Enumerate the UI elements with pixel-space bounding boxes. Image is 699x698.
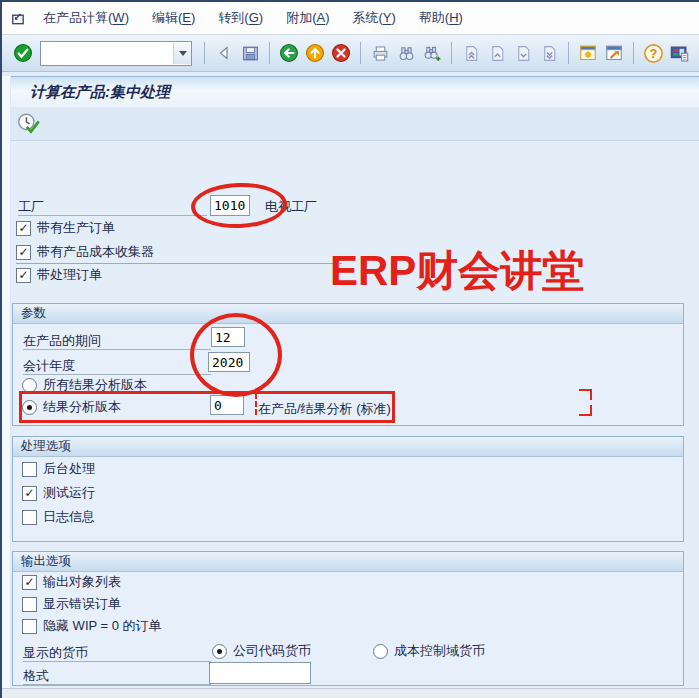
system-menu-icon[interactable] [9,10,26,27]
checkbox-row: 后台处理 [22,461,95,477]
shortcut-icon[interactable] [602,41,626,65]
checkbox-row: ✓带有产品成本收集器 [16,244,154,260]
menu-item-5[interactable]: 系统(Y) [346,6,403,30]
radio-row: 公司代码货币 [212,643,311,659]
menu-item-4[interactable]: 附加(A) [279,6,336,30]
plant-label: 工厂 [18,198,44,216]
svg-text:?: ? [649,46,657,61]
toolbar-separator [451,42,452,64]
help-icon[interactable]: ? [641,41,665,65]
processing-groupbox: 处理选项 [12,436,684,542]
menu-bar: 在产品计算(W)编辑(E)转到(G)附加(A)系统(Y)帮助(H) [0,2,699,35]
new-session-icon[interactable] [576,41,600,65]
annotation-ellipse-plant [190,181,288,229]
checkbox-row: ✓测试运行 [22,485,95,501]
last-page-icon[interactable] [537,41,561,65]
find-icon[interactable] [394,41,418,65]
checkbox-label: 测试运行 [43,484,95,502]
checkbox-label: 输出对象列表 [43,573,121,591]
checkbox-label: 带有产品成本收集器 [37,243,154,261]
toolbar-separator [269,42,270,64]
annotation-corner-bottom [579,405,592,416]
format-label: 格式 [23,667,49,685]
output-header: 输出选项 [13,552,683,572]
parameters-header: 参数 [13,304,683,324]
cancel-icon[interactable] [329,41,353,65]
standard-toolbar: ? [0,35,699,72]
annotation-dash-divider [255,393,257,415]
format-underline [23,684,211,685]
checkbox[interactable] [22,510,37,525]
menu-item-6[interactable]: 帮助(H) [412,6,470,30]
checkbox-label: 日志信息 [43,508,95,526]
checkbox-row: ✓输出对象列表 [22,574,121,590]
toolbar-separator [204,42,205,64]
processing-header: 处理选项 [13,437,683,457]
annotation-ellipse-period-year [190,313,282,397]
checkbox[interactable]: ✓ [22,486,37,501]
window-top-edge [0,0,699,2]
next-page-icon[interactable] [511,41,535,65]
display-currency-label: 显示的货币 [23,644,88,662]
window-left-edge [0,0,2,698]
annotation-rect-ra-version [19,391,395,423]
layout-input[interactable] [209,662,311,684]
menu-item-3[interactable]: 转到(G) [211,6,270,30]
toolbar-separator [633,42,634,64]
toolbar-separator [360,42,361,64]
watermark-text: ERP财会讲堂 [330,243,584,299]
menu-item-1[interactable]: 在产品计算(W) [36,6,136,30]
command-dropdown-icon[interactable] [173,43,191,64]
command-input[interactable] [41,44,173,63]
display-currency-underline [23,661,211,662]
checkbox[interactable] [22,619,37,634]
checkbox-label: 带有生产订单 [37,219,115,237]
wip-period-label: 在产品的期间 [23,332,101,350]
exit-icon[interactable] [303,41,327,65]
back-circle-icon[interactable] [277,41,301,65]
print-icon[interactable] [368,41,392,65]
customize-layout-icon[interactable] [667,41,691,65]
page-title: 计算在产品:集中处理 [30,83,170,102]
parameters-groupbox: 参数 在产品的期间 会计年度 [12,303,684,426]
previous-page-icon[interactable] [485,41,509,65]
checkbox[interactable]: ✓ [16,268,31,283]
menu-item-2[interactable]: 编辑(E) [145,6,202,30]
checkbox-label: 带处理订单 [37,266,102,284]
fiscal-year-label: 会计年度 [23,357,75,375]
radio-row: 成本控制域货币 [373,643,485,659]
status-strip [0,688,699,698]
checkbox-label: 显示错误订单 [43,595,121,613]
radio-label: 公司代码货币 [233,642,311,660]
annotation-corner-top [579,389,592,400]
first-page-icon[interactable] [459,41,483,65]
application-toolbar [0,107,699,141]
radio-button[interactable] [212,644,227,659]
command-field[interactable] [40,41,192,66]
checkbox[interactable]: ✓ [16,245,31,260]
sap-window: 在产品计算(W)编辑(E)转到(G)附加(A)系统(Y)帮助(H) ? 计算在产… [0,0,699,698]
checkbox[interactable] [22,597,37,612]
left-gutter [2,76,11,688]
wip-period-underline [23,349,211,350]
checkbox-row: ✓带处理订单 [16,267,102,283]
title-bar: 计算在产品:集中处理 [0,76,699,108]
checkbox[interactable]: ✓ [22,575,37,590]
processing-title: 处理选项 [21,438,71,455]
execute-icon[interactable] [16,112,40,136]
separator-line [16,263,342,264]
parameters-title: 参数 [21,305,46,322]
checkbox-row: 隐藏 WIP = 0 的订单 [22,618,162,634]
checkbox-label: 后台处理 [43,460,95,478]
checkbox-row: ✓带有生产订单 [16,220,115,236]
find-next-icon[interactable] [420,41,444,65]
save-icon[interactable] [238,41,262,65]
output-title: 输出选项 [21,553,71,570]
checkbox[interactable] [22,462,37,477]
radio-button[interactable] [373,644,388,659]
enter-icon[interactable] [11,41,35,65]
checkbox-label: 隐藏 WIP = 0 的订单 [43,617,162,635]
back-icon[interactable] [212,41,236,65]
checkbox[interactable]: ✓ [16,221,31,236]
checkbox-row: 显示错误订单 [22,596,121,612]
